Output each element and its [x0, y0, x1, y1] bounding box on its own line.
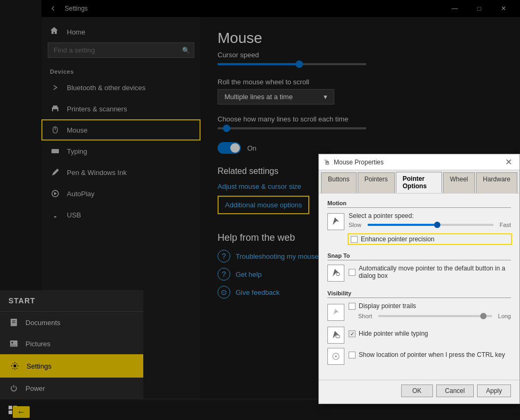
hide-typing-checkbox[interactable]: ✓ — [349, 330, 356, 337]
snap-icon — [327, 265, 344, 282]
trails-thumb[interactable] — [480, 313, 487, 319]
mouse-properties-dialog: 🖱 Mouse Properties ✕ Buttons Pointers Po… — [318, 154, 520, 404]
dialog-buttons: OK Cancel Apply — [319, 380, 519, 404]
trails-short-label: Short — [358, 313, 372, 319]
hide-typing-label: Hide pointer while typing — [359, 330, 428, 337]
trails-long-label: Long — [498, 313, 511, 319]
trails-icon — [327, 304, 344, 321]
cancel-button[interactable]: Cancel — [436, 384, 474, 397]
trails-checkbox-row: Display pointer trails — [349, 302, 511, 310]
trails-label: Display pointer trails — [359, 302, 416, 310]
motion-label: Motion — [327, 200, 511, 208]
trails-controls: Display pointer trails Short Long — [349, 302, 511, 322]
slow-label: Slow — [349, 222, 361, 228]
speed-thumb[interactable] — [434, 222, 440, 228]
trails-checkbox[interactable] — [349, 303, 356, 310]
svg-rect-19 — [336, 335, 340, 338]
snap-checkbox[interactable] — [349, 269, 356, 276]
tab-pointer-options[interactable]: Pointer Options — [396, 172, 442, 193]
snap-checkbox-row: Automatically move pointer to the defaul… — [349, 265, 511, 279]
speed-label: Select a pointer speed: — [349, 212, 511, 220]
pointer-icon-row: Select a pointer speed: Slow Fast — [327, 212, 511, 231]
fast-label: Fast — [500, 222, 511, 228]
precision-checkbox[interactable] — [351, 236, 358, 243]
dialog-title: Mouse Properties — [334, 159, 499, 166]
visibility-label: Visibility — [327, 290, 511, 298]
snap-section: Snap To Automatically move pointer to th… — [327, 252, 511, 282]
dialog-overlay: 🖱 Mouse Properties ✕ Buttons Pointers Po… — [0, 0, 520, 420]
tab-wheel[interactable]: Wheel — [443, 172, 475, 193]
dialog-mouse-icon: 🖱 — [323, 158, 331, 167]
speed-slider-row: Slow Fast — [349, 222, 511, 228]
snap-row: Automatically move pointer to the defaul… — [327, 265, 511, 282]
dialog-close-button[interactable]: ✕ — [502, 156, 515, 168]
dialog-title-bar: 🖱 Mouse Properties ✕ — [319, 154, 519, 170]
visibility-section: Visibility Display pointer trails — [327, 290, 511, 365]
hide-typing-icon — [327, 327, 344, 344]
trails-track[interactable] — [378, 315, 491, 317]
svg-point-21 — [335, 355, 337, 357]
speed-track[interactable] — [368, 224, 493, 226]
svg-point-18 — [336, 273, 340, 276]
hide-typing-row: ✓ Hide pointer while typing — [327, 327, 511, 344]
trails-row: Display pointer trails Short Long — [327, 302, 511, 322]
pointer-speed-icon — [327, 213, 344, 230]
speed-controls: Select a pointer speed: Slow Fast — [349, 212, 511, 231]
ok-button[interactable]: OK — [401, 384, 433, 397]
ctrl-checkbox[interactable] — [349, 352, 356, 358]
snap-text: Automatically move pointer to the defaul… — [359, 265, 511, 279]
tab-hardware[interactable]: Hardware — [476, 172, 517, 193]
ctrl-row: Show location of pointer when I press th… — [327, 348, 511, 365]
speed-fill — [368, 224, 437, 226]
apply-button[interactable]: Apply — [477, 384, 511, 397]
tab-pointers[interactable]: Pointers — [358, 172, 395, 193]
ctrl-icon — [327, 348, 344, 365]
dialog-tabs: Buttons Pointers Pointer Options Wheel H… — [319, 170, 519, 194]
trails-slider-row: Short Long — [358, 313, 511, 319]
precision-row: Enhance pointer precision — [349, 234, 511, 244]
ctrl-checkbox-row: Show location of pointer when I press th… — [349, 351, 505, 358]
precision-label: Enhance pointer precision — [361, 235, 435, 243]
motion-section: Motion Select a pointer speed: Slow — [327, 200, 511, 244]
hide-typing-checkbox-row: ✓ Hide pointer while typing — [349, 330, 428, 337]
tab-buttons[interactable]: Buttons — [321, 172, 357, 193]
ctrl-label: Show location of pointer when I press th… — [359, 351, 505, 358]
dialog-content: Motion Select a pointer speed: Slow — [319, 194, 519, 380]
snap-label: Snap To — [327, 252, 511, 260]
